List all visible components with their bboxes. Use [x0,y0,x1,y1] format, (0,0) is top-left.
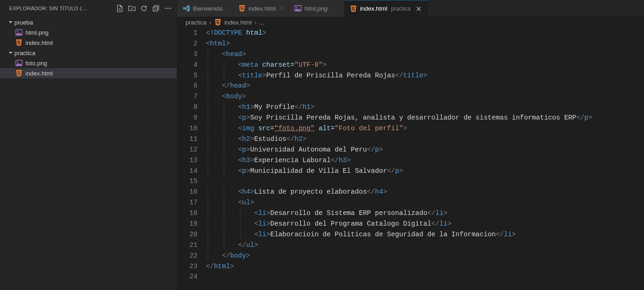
line-number: 14 [177,166,198,177]
line-number: 21 [177,240,198,251]
line-number: 9 [177,113,198,123]
tab-suffix: .\ [279,5,283,12]
tree-label: index.html [25,39,53,46]
file-item[interactable]: index.html [0,68,177,78]
code-line[interactable]: │ </head> [206,81,644,91]
image-file-icon [15,29,23,36]
code-line[interactable]: │ │ <h4>Lista de proyecto elaborados</h4… [206,187,644,197]
html-file-icon [238,5,246,12]
line-number: 5 [177,70,198,81]
explorer-title: EXPLORADOR: SIN TÍTULO (... [9,6,113,11]
tree-label: practica [14,50,36,57]
code-editor[interactable]: 123456789101112131415161718192021222324 … [177,28,644,290]
code-line[interactable]: │ <body> [206,91,644,102]
breadcrumb-segment[interactable]: ... [259,19,264,26]
editor-tab[interactable]: html.png [289,0,344,17]
code-content[interactable]: <!DOCTYPE html><html>│ <head>│ │ <meta c… [206,28,644,290]
code-line[interactable]: │ │ <ul> [206,197,644,208]
breadcrumbs[interactable]: practica › index.html › ... [177,17,644,28]
code-line[interactable] [206,176,644,187]
code-line[interactable]: │ │ <title>Perfil de Priscilla Pereda Ro… [206,70,644,81]
line-number: 12 [177,145,198,155]
tab-bar: Bienvenidoindex.html.\html.pngindex.html… [177,0,644,17]
code-line[interactable]: <html> [206,38,644,49]
file-item[interactable]: index.html [0,38,177,48]
editor-tab[interactable]: index.html.\ [233,0,289,17]
code-line[interactable]: </html> [206,261,644,272]
line-number: 7 [177,91,198,102]
code-line[interactable]: │ │ <h2>Estudios</h2> [206,134,644,145]
explorer-header: EXPLORADOR: SIN TÍTULO (... [0,0,177,16]
breadcrumb-segment[interactable]: practica [186,19,207,26]
tab-label: html.png [304,5,328,12]
line-number: 13 [177,155,198,166]
new-file-icon[interactable] [115,3,125,13]
file-tree: pruebahtml.pngindex.htmlpracticafoto.png… [0,16,177,78]
tree-label: prueba [14,19,33,26]
line-number: 16 [177,187,198,197]
chevron-right-icon: › [210,19,211,26]
new-folder-icon[interactable] [127,3,137,13]
svg-point-5 [17,31,19,32]
chevron-down-icon [7,19,14,26]
code-line[interactable]: │ │ <h3>Experiencia Laboral</h3> [206,155,644,166]
file-item[interactable]: html.png [0,27,177,38]
line-number: 11 [177,134,198,145]
chevron-down-icon [7,49,14,57]
line-number: 23 [177,261,198,272]
html-file-icon [15,39,23,46]
tab-label: Bienvenido [193,5,223,12]
code-line[interactable]: │ │ │ <li>Desarrollo del Programa Catalo… [206,219,644,229]
code-line[interactable]: │ │ <img src="foto.png" alt="Foto del pe… [206,123,644,134]
code-line[interactable]: <!DOCTYPE html> [206,28,644,38]
tree-label: index.html [25,70,53,77]
html-file-icon [15,69,23,77]
tab-label: index.html [360,5,387,12]
svg-point-2 [167,7,168,8]
html-file-icon [350,5,357,13]
editor-area: Bienvenidoindex.html.\html.pngindex.html… [177,0,644,290]
vscode-icon [183,5,190,12]
svg-point-1 [165,7,166,8]
folder-item[interactable]: prueba [0,17,177,27]
line-number: 15 [177,176,198,187]
tree-label: foto.png [25,60,47,67]
code-line[interactable]: │ │ │ <li>Desarrollo de Sistema ERP pers… [206,208,644,219]
refresh-icon[interactable] [139,3,149,13]
tree-label: html.png [25,29,49,36]
code-line[interactable]: │ │ <p>Municipalidad de Villa El Salvado… [206,166,644,177]
line-number: 20 [177,229,198,240]
collapse-all-icon[interactable] [151,3,161,13]
folder-item[interactable]: practica [0,48,177,58]
code-line[interactable]: │ <head> [206,49,644,60]
code-line[interactable]: │ │ <p>Soy Priscilla Pereda Rojas, anali… [206,113,644,123]
line-number: 22 [177,251,198,261]
more-icon[interactable] [163,3,173,13]
editor-tab[interactable]: Bienvenido [177,0,233,17]
line-number-gutter: 123456789101112131415161718192021222324 [177,28,206,290]
line-number: 2 [177,38,198,49]
image-file-icon [15,59,23,67]
code-line[interactable]: │ │ <h1>My Profile</h1> [206,102,644,113]
code-line[interactable] [206,271,644,282]
line-number: 24 [177,271,198,282]
svg-point-9 [296,7,297,8]
code-line[interactable]: │ │ </ul> [206,240,644,251]
line-number: 19 [177,219,198,229]
image-file-icon [294,5,302,12]
line-number: 3 [177,49,198,60]
tab-label: index.html [248,5,276,12]
line-number: 18 [177,208,198,219]
line-number: 17 [177,197,198,208]
html-file-icon [214,19,222,26]
code-line[interactable]: │ </body> [206,251,644,261]
line-number: 1 [177,28,198,38]
file-item[interactable]: foto.png [0,58,177,68]
code-line[interactable]: │ │ │ <li>Elaboracioin de Politicas de S… [206,229,644,240]
code-line[interactable]: │ │ <p>Universidad Autonoma del Peru</p> [206,145,644,155]
editor-tab[interactable]: index.htmlpractica [344,0,428,17]
code-line[interactable]: │ │ <meta charset="UTF-8"> [206,60,644,70]
chevron-right-icon: › [254,19,256,26]
close-icon[interactable] [415,5,422,13]
breadcrumb-segment[interactable]: index.html [224,19,252,26]
